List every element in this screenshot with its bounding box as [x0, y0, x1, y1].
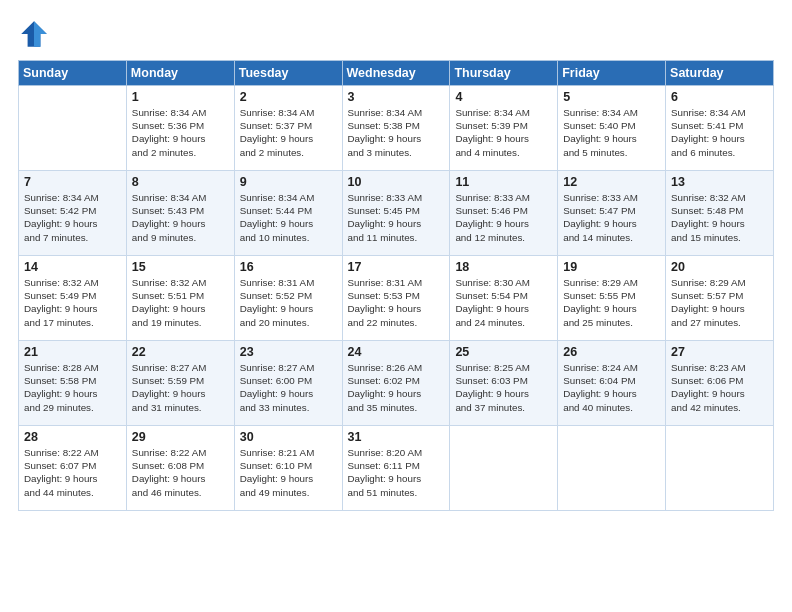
day-info: Sunrise: 8:33 AM Sunset: 5:45 PM Dayligh… [348, 191, 445, 244]
calendar-header-sunday: Sunday [19, 61, 127, 86]
day-info: Sunrise: 8:24 AM Sunset: 6:04 PM Dayligh… [563, 361, 660, 414]
day-info: Sunrise: 8:33 AM Sunset: 5:47 PM Dayligh… [563, 191, 660, 244]
day-info: Sunrise: 8:31 AM Sunset: 5:53 PM Dayligh… [348, 276, 445, 329]
calendar-cell: 7Sunrise: 8:34 AM Sunset: 5:42 PM Daylig… [19, 171, 127, 256]
day-number: 22 [132, 345, 229, 359]
calendar-cell [558, 426, 666, 511]
calendar-cell: 2Sunrise: 8:34 AM Sunset: 5:37 PM Daylig… [234, 86, 342, 171]
calendar-header-monday: Monday [126, 61, 234, 86]
day-number: 18 [455, 260, 552, 274]
calendar-cell: 10Sunrise: 8:33 AM Sunset: 5:45 PM Dayli… [342, 171, 450, 256]
calendar-cell: 27Sunrise: 8:23 AM Sunset: 6:06 PM Dayli… [666, 341, 774, 426]
day-info: Sunrise: 8:25 AM Sunset: 6:03 PM Dayligh… [455, 361, 552, 414]
calendar-cell: 24Sunrise: 8:26 AM Sunset: 6:02 PM Dayli… [342, 341, 450, 426]
day-info: Sunrise: 8:34 AM Sunset: 5:38 PM Dayligh… [348, 106, 445, 159]
calendar-week-row: 14Sunrise: 8:32 AM Sunset: 5:49 PM Dayli… [19, 256, 774, 341]
calendar-cell: 6Sunrise: 8:34 AM Sunset: 5:41 PM Daylig… [666, 86, 774, 171]
calendar-header-tuesday: Tuesday [234, 61, 342, 86]
calendar-cell: 29Sunrise: 8:22 AM Sunset: 6:08 PM Dayli… [126, 426, 234, 511]
day-number: 13 [671, 175, 768, 189]
day-number: 19 [563, 260, 660, 274]
calendar-cell: 31Sunrise: 8:20 AM Sunset: 6:11 PM Dayli… [342, 426, 450, 511]
day-number: 20 [671, 260, 768, 274]
calendar-header-friday: Friday [558, 61, 666, 86]
day-info: Sunrise: 8:26 AM Sunset: 6:02 PM Dayligh… [348, 361, 445, 414]
calendar-week-row: 7Sunrise: 8:34 AM Sunset: 5:42 PM Daylig… [19, 171, 774, 256]
calendar-cell: 12Sunrise: 8:33 AM Sunset: 5:47 PM Dayli… [558, 171, 666, 256]
calendar-cell [666, 426, 774, 511]
day-info: Sunrise: 8:34 AM Sunset: 5:40 PM Dayligh… [563, 106, 660, 159]
day-number: 17 [348, 260, 445, 274]
logo [18, 18, 54, 50]
calendar-cell: 8Sunrise: 8:34 AM Sunset: 5:43 PM Daylig… [126, 171, 234, 256]
day-number: 11 [455, 175, 552, 189]
page: SundayMondayTuesdayWednesdayThursdayFrid… [0, 0, 792, 612]
calendar-header-row: SundayMondayTuesdayWednesdayThursdayFrid… [19, 61, 774, 86]
calendar-cell: 19Sunrise: 8:29 AM Sunset: 5:55 PM Dayli… [558, 256, 666, 341]
logo-icon [18, 18, 50, 50]
day-number: 4 [455, 90, 552, 104]
day-number: 24 [348, 345, 445, 359]
day-info: Sunrise: 8:22 AM Sunset: 6:07 PM Dayligh… [24, 446, 121, 499]
calendar-header-thursday: Thursday [450, 61, 558, 86]
day-number: 1 [132, 90, 229, 104]
day-info: Sunrise: 8:32 AM Sunset: 5:49 PM Dayligh… [24, 276, 121, 329]
header [18, 18, 774, 50]
calendar-cell: 9Sunrise: 8:34 AM Sunset: 5:44 PM Daylig… [234, 171, 342, 256]
day-info: Sunrise: 8:30 AM Sunset: 5:54 PM Dayligh… [455, 276, 552, 329]
calendar-header-wednesday: Wednesday [342, 61, 450, 86]
day-info: Sunrise: 8:34 AM Sunset: 5:41 PM Dayligh… [671, 106, 768, 159]
day-info: Sunrise: 8:27 AM Sunset: 5:59 PM Dayligh… [132, 361, 229, 414]
day-number: 31 [348, 430, 445, 444]
day-info: Sunrise: 8:32 AM Sunset: 5:48 PM Dayligh… [671, 191, 768, 244]
day-number: 29 [132, 430, 229, 444]
day-number: 5 [563, 90, 660, 104]
day-number: 10 [348, 175, 445, 189]
calendar-cell: 18Sunrise: 8:30 AM Sunset: 5:54 PM Dayli… [450, 256, 558, 341]
calendar-cell: 11Sunrise: 8:33 AM Sunset: 5:46 PM Dayli… [450, 171, 558, 256]
calendar-cell: 20Sunrise: 8:29 AM Sunset: 5:57 PM Dayli… [666, 256, 774, 341]
day-info: Sunrise: 8:34 AM Sunset: 5:37 PM Dayligh… [240, 106, 337, 159]
day-info: Sunrise: 8:31 AM Sunset: 5:52 PM Dayligh… [240, 276, 337, 329]
calendar-cell: 1Sunrise: 8:34 AM Sunset: 5:36 PM Daylig… [126, 86, 234, 171]
day-number: 21 [24, 345, 121, 359]
day-info: Sunrise: 8:22 AM Sunset: 6:08 PM Dayligh… [132, 446, 229, 499]
calendar-cell [19, 86, 127, 171]
day-number: 6 [671, 90, 768, 104]
calendar-cell: 14Sunrise: 8:32 AM Sunset: 5:49 PM Dayli… [19, 256, 127, 341]
calendar-cell: 21Sunrise: 8:28 AM Sunset: 5:58 PM Dayli… [19, 341, 127, 426]
calendar-week-row: 21Sunrise: 8:28 AM Sunset: 5:58 PM Dayli… [19, 341, 774, 426]
calendar-week-row: 28Sunrise: 8:22 AM Sunset: 6:07 PM Dayli… [19, 426, 774, 511]
day-info: Sunrise: 8:23 AM Sunset: 6:06 PM Dayligh… [671, 361, 768, 414]
calendar-cell: 17Sunrise: 8:31 AM Sunset: 5:53 PM Dayli… [342, 256, 450, 341]
day-number: 16 [240, 260, 337, 274]
calendar-cell: 22Sunrise: 8:27 AM Sunset: 5:59 PM Dayli… [126, 341, 234, 426]
day-number: 14 [24, 260, 121, 274]
day-number: 7 [24, 175, 121, 189]
day-info: Sunrise: 8:33 AM Sunset: 5:46 PM Dayligh… [455, 191, 552, 244]
calendar-cell: 28Sunrise: 8:22 AM Sunset: 6:07 PM Dayli… [19, 426, 127, 511]
day-info: Sunrise: 8:34 AM Sunset: 5:42 PM Dayligh… [24, 191, 121, 244]
day-number: 2 [240, 90, 337, 104]
day-number: 23 [240, 345, 337, 359]
day-info: Sunrise: 8:27 AM Sunset: 6:00 PM Dayligh… [240, 361, 337, 414]
day-info: Sunrise: 8:34 AM Sunset: 5:44 PM Dayligh… [240, 191, 337, 244]
calendar-cell: 23Sunrise: 8:27 AM Sunset: 6:00 PM Dayli… [234, 341, 342, 426]
day-number: 26 [563, 345, 660, 359]
calendar-cell: 16Sunrise: 8:31 AM Sunset: 5:52 PM Dayli… [234, 256, 342, 341]
svg-marker-1 [34, 21, 47, 47]
calendar-cell: 5Sunrise: 8:34 AM Sunset: 5:40 PM Daylig… [558, 86, 666, 171]
calendar-cell: 4Sunrise: 8:34 AM Sunset: 5:39 PM Daylig… [450, 86, 558, 171]
day-number: 12 [563, 175, 660, 189]
day-number: 30 [240, 430, 337, 444]
day-number: 15 [132, 260, 229, 274]
day-info: Sunrise: 8:28 AM Sunset: 5:58 PM Dayligh… [24, 361, 121, 414]
day-number: 9 [240, 175, 337, 189]
calendar-week-row: 1Sunrise: 8:34 AM Sunset: 5:36 PM Daylig… [19, 86, 774, 171]
day-number: 8 [132, 175, 229, 189]
calendar-cell: 13Sunrise: 8:32 AM Sunset: 5:48 PM Dayli… [666, 171, 774, 256]
day-info: Sunrise: 8:32 AM Sunset: 5:51 PM Dayligh… [132, 276, 229, 329]
day-number: 25 [455, 345, 552, 359]
calendar-table: SundayMondayTuesdayWednesdayThursdayFrid… [18, 60, 774, 511]
calendar-cell: 25Sunrise: 8:25 AM Sunset: 6:03 PM Dayli… [450, 341, 558, 426]
